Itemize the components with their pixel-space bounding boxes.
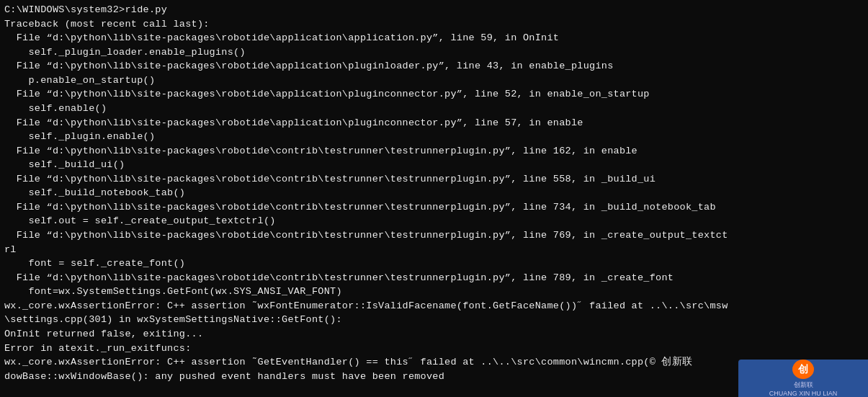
terminal-line: self.enable() xyxy=(4,102,864,116)
watermark-text-line1: 创新联 xyxy=(794,380,813,390)
terminal-line: self.out = self._create_output_textctrl(… xyxy=(4,214,864,228)
watermark-badge: 创 创新联 CHUANG XIN HU LIAN xyxy=(738,360,868,397)
terminal-line: File “d:\python\lib\site-packages\roboti… xyxy=(4,271,864,285)
terminal-line: C:\WINDOWS\system32>ride.py xyxy=(4,3,864,17)
terminal-output: C:\WINDOWS\system32>ride.pyTraceback (mo… xyxy=(4,3,864,383)
terminal-line: rl xyxy=(4,243,864,257)
watermark-icon: 创 xyxy=(798,363,808,376)
watermark-text-line2: CHUANG XIN HU LIAN xyxy=(769,390,838,397)
terminal-line: self._build_ui() xyxy=(4,158,864,172)
terminal-line: File “d:\python\lib\site-packages\roboti… xyxy=(4,228,864,243)
terminal-window: C:\WINDOWS\system32>ride.pyTraceback (mo… xyxy=(0,0,868,397)
terminal-line: self._build_notebook_tab() xyxy=(4,186,864,200)
terminal-line: File “d:\python\lib\site-packages\roboti… xyxy=(4,87,864,102)
terminal-line: p.enable_on_startup() xyxy=(4,73,864,88)
watermark-logo: 创 xyxy=(792,360,814,379)
terminal-line: File “d:\python\lib\site-packages\roboti… xyxy=(4,200,864,215)
terminal-line: \settings.cpp(301) in wxSystemSettingsNa… xyxy=(4,313,864,327)
terminal-line: OnInit returned false, exiting... xyxy=(4,327,864,342)
terminal-line: font = self._create_font() xyxy=(4,257,864,271)
terminal-line: File “d:\python\lib\site-packages\roboti… xyxy=(4,31,864,45)
terminal-line: Traceback (most recent call last): xyxy=(4,17,864,32)
terminal-line: File “d:\python\lib\site-packages\roboti… xyxy=(4,59,864,73)
terminal-line: File “d:\python\lib\site-packages\roboti… xyxy=(4,172,864,187)
terminal-line: File “d:\python\lib\site-packages\roboti… xyxy=(4,144,864,159)
terminal-line: font=wx.SystemSettings.GetFont(wx.SYS_AN… xyxy=(4,285,864,299)
terminal-line: wx._core.wxAssertionError: C++ assertion… xyxy=(4,355,864,370)
terminal-line: wx._core.wxAssertionError: C++ assertion… xyxy=(4,299,864,313)
terminal-line: dowBase::wxWindowBase(): any pushed even… xyxy=(4,370,864,384)
terminal-line: Error in atexit._run_exitfuncs: xyxy=(4,342,864,356)
terminal-line: self._plugin_loader.enable_plugins() xyxy=(4,45,864,60)
terminal-line: File “d:\python\lib\site-packages\roboti… xyxy=(4,116,864,130)
terminal-line: self._plugin.enable() xyxy=(4,130,864,144)
